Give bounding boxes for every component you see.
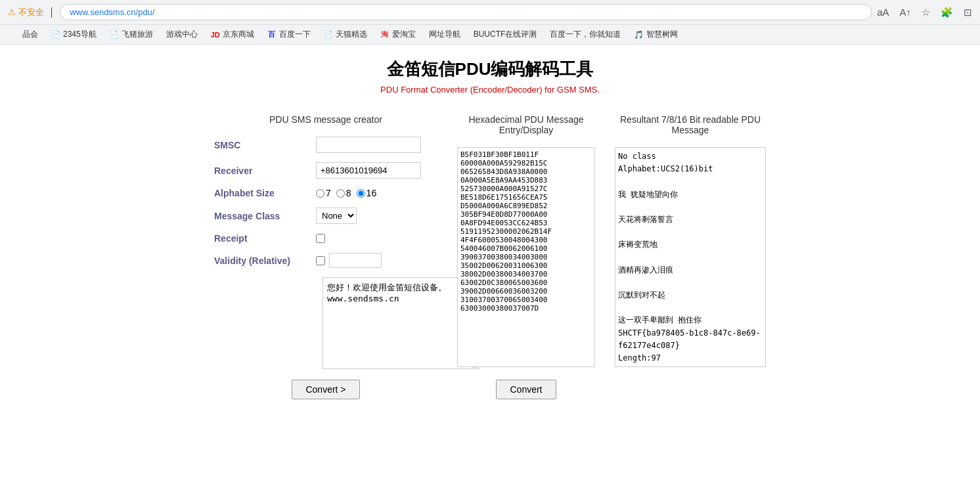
warning-text: 不安全 [18, 7, 44, 18]
font-size-icon[interactable]: A↑ [899, 7, 911, 18]
message-textarea-wrapper: 您好！欢迎使用金笛短信设备。www.sendsms.cn [323, 277, 437, 369]
alphabet-16-radio[interactable] [357, 189, 365, 198]
url-domain: www.sendsms.cn [70, 7, 135, 17]
result-textarea[interactable]: No class Alphabet:UCS2(16)bit 我 犹疑地望向你 天… [615, 147, 766, 367]
baidu1-label: 百度一下 [279, 29, 311, 40]
jd-label: 京东商城 [223, 29, 254, 40]
bookmark-huiyi[interactable]: 品会 [5, 28, 43, 41]
huiyi-label: 品会 [22, 29, 38, 40]
smsc-input[interactable] [316, 137, 421, 153]
receipt-label: Receipt [214, 233, 316, 244]
huiyi-icon [11, 30, 20, 39]
zhihui-icon: 🎵 [634, 30, 644, 39]
bookmark-baidu1[interactable]: 百 百度一下 [262, 28, 316, 41]
bookmark-buuctf[interactable]: BUUCTF在线评测 [468, 28, 543, 41]
baidu2-label: 百度一下，你就知道 [550, 29, 621, 40]
reader-icon[interactable]: aA [877, 7, 889, 18]
youxi-label: 游戏中心 [166, 29, 198, 40]
bookmark-2345[interactable]: 📄 2345导航 [46, 28, 102, 41]
security-warning: ⚠ 不安全 [8, 7, 44, 18]
alphabet-radio-group: 7 8 16 [316, 188, 376, 198]
receiver-label: Receiver [214, 166, 316, 176]
bookmark-zhihui[interactable]: 🎵 智慧树网 [629, 28, 683, 41]
bookmark-baidu2[interactable]: 百度一下，你就知道 [545, 28, 626, 41]
bookmark-feizhu[interactable]: 📄 飞猪旅游 [104, 28, 158, 41]
tianmao-icon: 📄 [324, 30, 333, 39]
page-title: 金笛短信PDU编码解码工具 [13, 58, 967, 81]
buuctf-label: BUUCTF在线评测 [474, 29, 537, 40]
smsc-row: SMSC [214, 137, 437, 153]
message-class-label: Message Class [214, 211, 316, 221]
2345-icon: 📄 [51, 30, 60, 39]
hex-textarea[interactable]: B5F031BF30BF1B011F 60000A000A592982B15C … [457, 147, 595, 367]
convert-button-left[interactable]: Convert > [292, 380, 359, 399]
columns-container: PDU SMS message creator SMSC Receiver Al… [13, 114, 967, 399]
message-class-row: Message Class None [214, 208, 437, 224]
alphabet-16-label: 16 [357, 188, 377, 198]
receipt-checkbox[interactable] [316, 234, 325, 243]
alphabet-label: Alphabet Size [214, 188, 316, 198]
smsc-label: SMSC [214, 140, 316, 150]
url-separator: │ [49, 7, 55, 17]
validity-checkbox[interactable] [316, 256, 325, 265]
col-right: Resultant 7/8/16 Bit readable PDU Messag… [615, 114, 766, 369]
tianmao-label: 天猫精选 [336, 29, 367, 40]
message-textarea[interactable]: 您好！欢迎使用金笛短信设备。www.sendsms.cn [323, 277, 479, 369]
alphabet-8-radio[interactable] [336, 189, 345, 198]
bookmark-icon[interactable]: ☆ [922, 7, 930, 18]
message-class-select[interactable]: None [316, 208, 357, 224]
alphabet-8-label: 8 [336, 188, 351, 198]
receiver-row: Receiver [214, 162, 437, 179]
jd-icon: JD [211, 30, 220, 39]
middle-col-header: Hexadecimal PDU Message Entry/Display [457, 114, 595, 135]
alphabet-row: Alphabet Size 7 8 16 [214, 188, 437, 198]
browser-icons: aA A↑ ☆ 🧩 ⊡ [877, 7, 972, 18]
alphabet-7-label: 7 [316, 188, 331, 198]
url-bar[interactable]: www.sendsms.cn/pdu/ [60, 4, 872, 20]
page-content: 金笛短信PDU编码解码工具 PDU Format Converter (Enco… [0, 45, 980, 426]
bookmark-jd[interactable]: JD 京东商城 [206, 28, 259, 41]
2345-label: 2345导航 [63, 29, 97, 40]
left-col-header: PDU SMS message creator [214, 114, 437, 125]
wangzhi-label: 网址导航 [429, 29, 460, 40]
bookmark-wangzhi[interactable]: 网址导航 [424, 28, 466, 41]
bookmark-aitaobao[interactable]: 淘 爱淘宝 [375, 28, 421, 41]
feizhu-icon: 📄 [110, 30, 119, 39]
taobao-icon: 淘 [380, 30, 390, 39]
extensions-icon[interactable]: 🧩 [941, 7, 953, 18]
page-subtitle: PDU Format Converter (Encoder/Decoder) f… [13, 85, 967, 95]
validity-input[interactable] [329, 253, 382, 268]
validity-row: Validity (Relative) [214, 253, 437, 268]
bookmark-tianmao[interactable]: 📄 天猫精选 [319, 28, 372, 41]
split-icon[interactable]: ⊡ [964, 7, 972, 18]
validity-label: Validity (Relative) [214, 255, 316, 266]
baidu1-icon: 百 [267, 30, 277, 39]
receipt-row: Receipt [214, 233, 437, 244]
col-left: PDU SMS message creator SMSC Receiver Al… [214, 114, 437, 399]
feizhu-label: 飞猪旅游 [122, 29, 153, 40]
receiver-input[interactable] [316, 162, 421, 179]
convert-button-middle[interactable]: Convert [496, 380, 556, 399]
right-col-header: Resultant 7/8/16 Bit readable PDU Messag… [615, 114, 766, 135]
browser-bar: ⚠ 不安全 │ www.sendsms.cn/pdu/ aA A↑ ☆ 🧩 ⊡ [0, 0, 980, 25]
bookmarks-bar: 品会 📄 2345导航 📄 飞猪旅游 游戏中心 JD 京东商城 百 百度一下 📄… [0, 25, 980, 45]
aitaobao-label: 爱淘宝 [392, 29, 416, 40]
validity-controls [316, 253, 382, 268]
bookmark-youxi[interactable]: 游戏中心 [161, 28, 203, 41]
alphabet-7-radio[interactable] [316, 189, 324, 198]
url-path: /pdu/ [136, 7, 155, 17]
col-middle: Hexadecimal PDU Message Entry/Display B5… [457, 114, 595, 399]
warning-icon: ⚠ [8, 7, 16, 17]
zhihui-label: 智慧树网 [646, 29, 678, 40]
